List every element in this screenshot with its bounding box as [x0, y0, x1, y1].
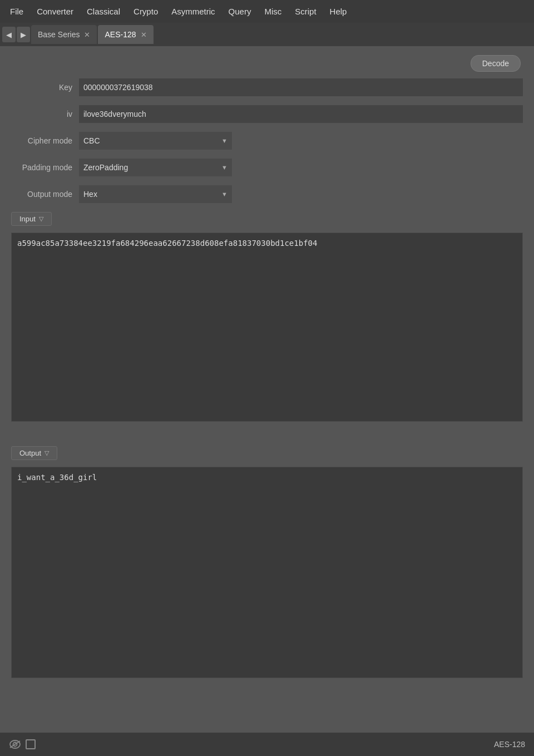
- tab-aes-128[interactable]: AES-128 ✕: [98, 25, 153, 44]
- output-mode-row: Output mode Hex Base64 Raw: [11, 185, 523, 203]
- menu-converter[interactable]: Converter: [31, 4, 79, 18]
- output-section-header: Output ▽: [11, 446, 523, 460]
- input-section-header: Input ▽: [11, 212, 523, 226]
- input-label: Input: [19, 215, 36, 223]
- menu-classical[interactable]: Classical: [81, 4, 126, 18]
- input-section-button[interactable]: Input ▽: [11, 212, 52, 226]
- window-icon: [26, 739, 36, 749]
- output-mode-select[interactable]: Hex Base64 Raw: [79, 185, 232, 203]
- iv-input[interactable]: [79, 105, 523, 123]
- decode-button[interactable]: Decode: [471, 55, 521, 72]
- tab-base-series-close[interactable]: ✕: [84, 31, 90, 38]
- cipher-mode-select-wrapper: CBC ECB CFB OFB CTR: [79, 132, 232, 150]
- cipher-mode-label: Cipher mode: [11, 136, 72, 145]
- padding-mode-label: Padding mode: [11, 163, 72, 172]
- input-arrow-icon: ▽: [39, 215, 43, 223]
- output-mode-select-wrapper: Hex Base64 Raw: [79, 185, 232, 203]
- menu-asymmetric[interactable]: Asymmetric: [166, 4, 220, 18]
- cipher-mode-select[interactable]: CBC ECB CFB OFB CTR: [79, 132, 232, 150]
- main-content: Decode Key iv Cipher mode CBC ECB CFB OF…: [0, 46, 534, 733]
- input-textarea[interactable]: [11, 233, 523, 422]
- menu-crypto[interactable]: Crypto: [128, 4, 164, 18]
- iv-row: iv: [11, 105, 523, 123]
- tab-base-series-label: Base Series: [38, 30, 80, 39]
- iv-label: iv: [11, 110, 72, 118]
- output-label: Output: [19, 449, 41, 457]
- padding-mode-select-wrapper: ZeroPadding PKCS5Padding PKCS7Padding No…: [79, 159, 232, 176]
- statusbar-left: [9, 738, 36, 750]
- tab-nav-back[interactable]: ◀: [2, 27, 16, 42]
- padding-mode-select[interactable]: ZeroPadding PKCS5Padding PKCS7Padding No…: [79, 159, 232, 176]
- cipher-mode-row: Cipher mode CBC ECB CFB OFB CTR: [11, 132, 523, 150]
- tab-base-series[interactable]: Base Series ✕: [31, 25, 97, 44]
- output-mode-label: Output mode: [11, 190, 72, 199]
- tab-aes-128-close[interactable]: ✕: [141, 31, 147, 38]
- tab-nav-forward[interactable]: ▶: [17, 27, 30, 42]
- key-input[interactable]: [79, 78, 523, 96]
- key-label: Key: [11, 83, 72, 92]
- output-textarea[interactable]: [11, 467, 523, 678]
- statusbar: AES-128: [0, 733, 534, 756]
- menu-misc[interactable]: Misc: [259, 4, 287, 18]
- tabbar: ◀ ▶ Base Series ✕ AES-128 ✕: [0, 23, 534, 46]
- spacer: [11, 428, 523, 439]
- output-arrow-icon: ▽: [44, 449, 49, 457]
- padding-mode-row: Padding mode ZeroPadding PKCS5Padding PK…: [11, 159, 523, 176]
- decode-row: Decode: [11, 55, 523, 72]
- tab-aes-128-label: AES-128: [105, 30, 136, 39]
- output-section-button[interactable]: Output ▽: [11, 446, 57, 460]
- eye-slash-icon: [9, 738, 21, 750]
- menu-query[interactable]: Query: [223, 4, 257, 18]
- menu-help[interactable]: Help: [324, 4, 353, 18]
- menubar: File Converter Classical Crypto Asymmetr…: [0, 0, 534, 23]
- statusbar-label: AES-128: [494, 740, 525, 749]
- key-row: Key: [11, 78, 523, 96]
- menu-script[interactable]: Script: [289, 4, 322, 18]
- menu-file[interactable]: File: [4, 4, 29, 18]
